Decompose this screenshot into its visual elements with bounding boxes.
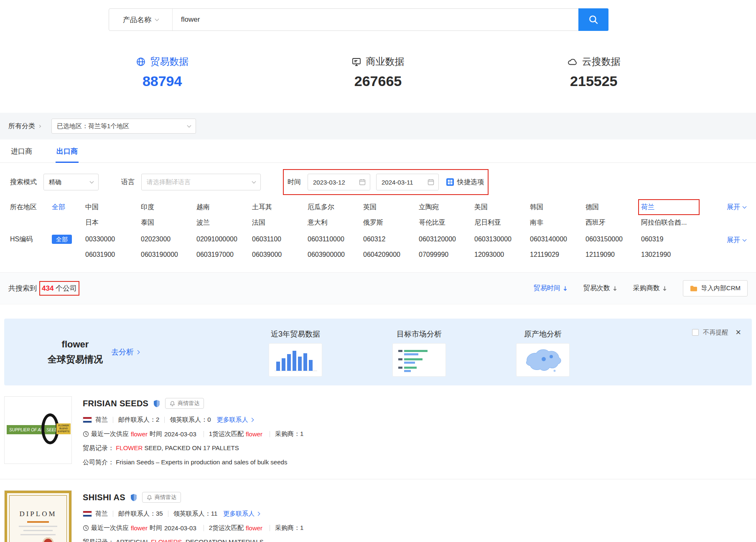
- region-option[interactable]: 尼日利亚: [474, 218, 530, 228]
- more-contacts-link[interactable]: 更多联系人: [217, 416, 253, 424]
- hs-code-option[interactable]: 0603130000: [474, 234, 530, 244]
- company-logo[interactable]: SUPPLIER OF ALL SEEDS FLOWER BLEND EXPER…: [4, 396, 72, 464]
- hs-code-option[interactable]: 0604209000: [363, 250, 419, 260]
- region-option[interactable]: 日本: [85, 218, 141, 228]
- search-input[interactable]: [173, 9, 578, 30]
- hs-code-option[interactable]: 06039000: [252, 250, 308, 260]
- region-option[interactable]: 土耳其: [252, 202, 308, 212]
- banner-title: flower 全球贸易情况: [48, 337, 103, 367]
- dismiss-checkbox[interactable]: [692, 329, 699, 336]
- region-option[interactable]: 哥伦比亚: [419, 218, 474, 228]
- hs-code-option[interactable]: 12119029: [530, 250, 585, 260]
- company-intro: Frisian Seeds – Experts in production an…: [116, 458, 287, 466]
- divider: [113, 511, 113, 517]
- hs-code-option[interactable]: 060319: [641, 234, 697, 244]
- region-option[interactable]: 印度: [141, 202, 196, 212]
- search-category-select[interactable]: 产品名称: [109, 9, 173, 30]
- region-option[interactable]: 韩国: [530, 202, 585, 212]
- search-mode-select[interactable]: 精确: [43, 174, 99, 190]
- logo-line: [27, 521, 49, 523]
- hs-code-option[interactable]: 0603197000: [196, 250, 252, 260]
- search-button[interactable]: [578, 8, 608, 31]
- hs-all-badge[interactable]: 全部: [52, 235, 72, 244]
- hs-code-option[interactable]: 060312: [363, 234, 419, 244]
- company-name[interactable]: FRISIAN SEEDS: [83, 399, 148, 408]
- radar-badge[interactable]: 商情雷达: [142, 492, 181, 503]
- hs-code-option[interactable]: 0603190000: [141, 250, 196, 260]
- supply-date: 2024-03-03: [164, 524, 196, 532]
- region-option[interactable]: 泰国: [141, 218, 196, 228]
- hs-code-option[interactable]: 0603900000: [308, 250, 363, 260]
- hs-code-option[interactable]: 07099990: [419, 250, 474, 260]
- region-option[interactable]: 立陶宛: [419, 202, 474, 212]
- logo-line: [20, 534, 56, 535]
- results-header: 共搜索到 434 个公司 贸易时间 贸易次数 采购商数 导入内部CRM: [0, 272, 756, 304]
- region-option[interactable]: 越南: [196, 202, 252, 212]
- sort-trade-count[interactable]: 贸易次数: [583, 284, 617, 293]
- thumb-origin-analysis[interactable]: 原产地分析: [516, 329, 570, 377]
- keyword-highlight: flower: [246, 524, 262, 532]
- sort-buyer-count[interactable]: 采购商数: [633, 284, 667, 293]
- breadcrumb-all-categories[interactable]: 所有分类: [8, 122, 41, 131]
- shield-icon: [153, 400, 160, 408]
- date-from-input[interactable]: 2023-03-12: [308, 174, 370, 190]
- date-to-value: 2024-03-11: [382, 179, 413, 186]
- region-option[interactable]: 厄瓜多尔: [308, 202, 363, 212]
- hs-code-option[interactable]: 02091000000: [196, 234, 252, 244]
- region-all-option[interactable]: 全部: [52, 202, 85, 212]
- region-option[interactable]: 阿拉伯联合酋...: [641, 218, 697, 228]
- hs-code-option[interactable]: 12119090: [585, 250, 641, 260]
- region-option[interactable]: 西班牙: [585, 218, 641, 228]
- stat-business-data[interactable]: 商业数据 267665: [270, 55, 486, 89]
- close-icon[interactable]: ×: [736, 328, 741, 337]
- hs-options-grid: 0033000002023000020910000000603110006031…: [85, 234, 697, 260]
- hs-code-option[interactable]: 13021990: [641, 250, 697, 260]
- hs-filter-label: HS编码: [10, 234, 52, 244]
- region-option[interactable]: 美国: [474, 202, 530, 212]
- region-option[interactable]: 中国: [85, 202, 141, 212]
- hs-code-option[interactable]: 0603150000: [585, 234, 641, 244]
- keyword-highlight: FLOWER: [116, 444, 143, 451]
- region-option[interactable]: 荷兰: [641, 202, 697, 212]
- region-option[interactable]: 波兰: [196, 218, 252, 228]
- hs-code-option[interactable]: 02023000: [141, 234, 196, 244]
- stat-trade-data[interactable]: 贸易数据 88794: [54, 55, 270, 89]
- hs-code-option[interactable]: 0603110000: [308, 234, 363, 244]
- tab-exporter[interactable]: 出口商: [56, 139, 79, 163]
- dismiss-label: 不再提醒: [703, 329, 728, 337]
- thumb-trade-3yr[interactable]: 近3年贸易数据: [269, 329, 322, 377]
- region-option[interactable]: 德国: [585, 202, 641, 212]
- selected-region-select[interactable]: 已选地区：荷兰等1个地区: [51, 119, 196, 134]
- thumb-target-market[interactable]: 目标市场分析: [392, 329, 446, 377]
- analyze-link[interactable]: 去分析: [111, 347, 139, 357]
- hs-code-option[interactable]: 06031100: [252, 234, 308, 244]
- company-logo[interactable]: DIPLOM: [4, 490, 72, 542]
- stat-cloud-data[interactable]: 云搜数据 215525: [486, 55, 702, 89]
- hs-code-option[interactable]: 06031900: [85, 250, 141, 260]
- quick-options-button[interactable]: 快捷选项: [446, 178, 484, 187]
- more-contacts-link[interactable]: 更多联系人: [223, 510, 260, 518]
- netherlands-flag-icon: [83, 511, 92, 517]
- expand-hs-link[interactable]: 展开: [727, 236, 746, 245]
- divider: [113, 417, 113, 423]
- hs-code-option[interactable]: 0603140000: [530, 234, 585, 244]
- tab-importer[interactable]: 进口商: [10, 139, 33, 162]
- sort-trade-time[interactable]: 贸易时间: [534, 284, 568, 293]
- expand-regions-link[interactable]: 展开: [727, 203, 746, 212]
- hs-code-option[interactable]: 00330000: [85, 234, 141, 244]
- hs-code-option[interactable]: 0603120000: [419, 234, 474, 244]
- region-option[interactable]: 俄罗斯: [363, 218, 419, 228]
- keyword-highlight: FLOWERS: [151, 538, 182, 542]
- hs-code-option[interactable]: 12093000: [474, 250, 530, 260]
- radar-badge[interactable]: 商情雷达: [165, 398, 204, 409]
- language-select[interactable]: 请选择翻译语言: [141, 174, 261, 190]
- results-count-suffix: 个公司: [56, 284, 77, 292]
- region-option[interactable]: 法国: [252, 218, 308, 228]
- company-name[interactable]: SHISHI AS: [83, 493, 125, 502]
- region-option[interactable]: 英国: [363, 202, 419, 212]
- import-crm-button[interactable]: 导入内部CRM: [683, 280, 748, 296]
- region-option[interactable]: 意大利: [308, 218, 363, 228]
- results-count-prefix: 共搜索到: [8, 284, 37, 293]
- region-option[interactable]: 南非: [530, 218, 585, 228]
- date-to-input[interactable]: 2024-03-11: [376, 174, 439, 190]
